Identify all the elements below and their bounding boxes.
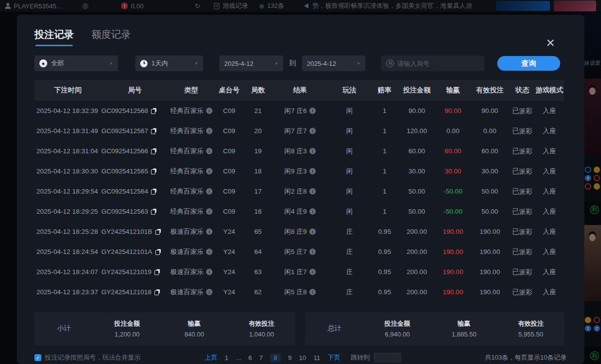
win-loss: 30.00 [435, 168, 471, 175]
status-badge: 已派彩 [509, 248, 536, 256]
odds: 0.95 [371, 228, 398, 235]
info-icon[interactable]: i [309, 148, 316, 154]
status-badge: 已派彩 [509, 167, 536, 176]
copy-icon[interactable] [155, 229, 161, 235]
info-icon[interactable]: i [206, 168, 212, 174]
time-range-dropdown[interactable]: 1天内 ▼ [135, 56, 203, 71]
copy-icon[interactable] [154, 269, 160, 275]
info-icon[interactable]: i [309, 269, 316, 275]
odds: 0.95 [371, 248, 398, 255]
game-type-cell: 极速百家乐 i [168, 288, 214, 297]
current-page-button[interactable]: 8 [270, 354, 280, 362]
page-button[interactable]: 9 [288, 354, 292, 362]
table-row[interactable]: 2025-04-12 18:29:54 GC0925412564 经典百家乐 i… [34, 181, 564, 201]
date-to-picker[interactable]: 2025-4-12 ▼ [302, 56, 365, 71]
page-button[interactable]: 10 [299, 354, 306, 362]
merge-checkbox[interactable]: ✓ [34, 354, 41, 361]
table-row[interactable]: 2025-04-12 18:23:37 GY24254121018 极速百家乐 … [34, 282, 564, 302]
copy-icon[interactable] [151, 128, 156, 134]
info-icon[interactable]: i [206, 148, 212, 154]
info-icon[interactable]: i [309, 208, 316, 215]
subtotal-winloss: 输赢 840.00 [161, 319, 228, 338]
table-row[interactable]: 2025-04-12 18:29:25 GC0925412563 经典百家乐 i… [34, 201, 564, 222]
round-number: GC0925412566 [101, 147, 148, 155]
copy-icon[interactable] [151, 168, 156, 174]
page-button[interactable]: 6 [248, 354, 252, 362]
tab-quota-records[interactable]: 额度记录 [91, 28, 131, 46]
to-label: 到 [289, 59, 296, 68]
bet-amount: 50.00 [398, 188, 435, 195]
column-header: 赔率 [371, 86, 398, 95]
valid-bet: 190.00 [471, 248, 509, 255]
info-icon[interactable]: i [206, 228, 212, 235]
info-icon[interactable]: i [206, 269, 212, 275]
page-button[interactable]: 7 [259, 354, 263, 362]
copy-icon[interactable] [154, 289, 160, 295]
info-icon[interactable]: i [206, 108, 212, 114]
tab-betting-records[interactable]: 投注记录 [34, 28, 74, 46]
info-icon[interactable]: i [309, 188, 316, 195]
table-row[interactable]: 2025-04-12 18:31:49 GC0925412567 经典百家乐 i… [34, 121, 564, 141]
result-value: 闲5 庄8 [284, 288, 307, 297]
info-icon[interactable]: i [206, 249, 212, 255]
table-header: 下注时间 局号 类型 桌台号 局数 结果 玩法 赔率 投注金额 输赢 有效投注 … [34, 80, 564, 101]
close-icon[interactable]: × [546, 36, 555, 49]
round-search-input[interactable] [397, 60, 480, 67]
game-type-dropdown[interactable]: ♠ 全部 ▼ [34, 56, 118, 71]
copy-icon[interactable] [151, 189, 156, 195]
info-icon[interactable]: i [206, 289, 212, 295]
game-mode: 入座 [536, 227, 563, 236]
query-button[interactable]: 查询 [497, 56, 560, 71]
result-cell: 闲1 庄7 i [272, 268, 328, 277]
game-mode: 入座 [536, 167, 563, 176]
date-from-picker[interactable]: 2025-4-12 ▼ [219, 56, 283, 71]
jump-page-input[interactable] [374, 353, 401, 363]
game-type: 极速百家乐 [170, 227, 204, 236]
date-from-value: 2025-4-12 [224, 60, 253, 67]
table-row[interactable]: 2025-04-12 18:25:28 GY2425412101B 极速百家乐 … [34, 222, 564, 242]
table-row[interactable]: 2025-04-12 18:31:04 GC0925412566 经典百家乐 i… [34, 141, 564, 161]
record-tabs: 投注记录 额度记录 [34, 28, 567, 46]
info-icon[interactable]: i [309, 128, 316, 134]
table-row[interactable]: 2025-04-12 18:30:30 GC0925412565 经典百家乐 i… [34, 161, 564, 181]
table-row[interactable]: 2025-04-12 18:24:54 GY2425412101A 极速百家乐 … [34, 242, 564, 262]
copy-icon[interactable] [151, 108, 156, 114]
round-count: 64 [244, 248, 272, 255]
table-row[interactable]: 2025-04-12 18:24:07 GY24254121019 极速百家乐 … [34, 262, 564, 282]
info-icon[interactable]: i [309, 289, 316, 295]
copy-icon[interactable] [151, 148, 156, 154]
result-value: 闲7 庄7 [284, 127, 307, 136]
page-button[interactable]: 11 [313, 354, 320, 362]
page-button[interactable]: 1 [225, 354, 228, 362]
info-icon[interactable]: i [309, 108, 316, 114]
table-number: C09 [214, 107, 244, 114]
info-icon[interactable]: i [309, 249, 316, 255]
footer-bar: ✓ 投注记录按照局号，玩法合并显示 上页 1 ... 6 7 8 9 10 11… [34, 353, 567, 363]
game-type: 经典百家乐 [170, 167, 204, 176]
copy-icon[interactable] [155, 249, 161, 255]
play-type: 庄 [328, 248, 371, 256]
round-number: GY2425412101A [101, 248, 152, 255]
info-icon[interactable]: i [309, 228, 316, 235]
table-row[interactable]: 2025-04-12 18:32:39 GC0925412568 经典百家乐 i… [34, 101, 564, 121]
bet-time: 2025-04-12 18:30:30 [34, 168, 101, 175]
prev-page-button[interactable]: 上页 [205, 353, 217, 362]
subtotal-box: 小计 投注金额 1,200.00 输赢 840.00 有效投注 1,040.00 [34, 312, 295, 345]
copy-icon[interactable] [151, 209, 156, 215]
bet-time: 2025-04-12 18:29:54 [34, 188, 101, 195]
win-loss: 190.00 [435, 288, 471, 296]
filter-bar: ♠ 全部 ▼ 1天内 ▼ 2025-4-12 ▼ 到 2025-4-12 ▼ 局… [34, 56, 567, 71]
bet-time: 2025-04-12 18:25:28 [34, 228, 101, 235]
info-icon[interactable]: i [206, 208, 212, 215]
info-icon[interactable]: i [309, 168, 316, 174]
valid-bet: 190.00 [471, 228, 509, 235]
date-to-value: 2025-4-12 [307, 60, 336, 67]
info-icon[interactable]: i [206, 128, 212, 134]
valid-bet: 50.00 [471, 188, 509, 195]
next-page-button[interactable]: 下页 [328, 353, 340, 362]
table-number: Y24 [214, 268, 244, 276]
round-count: 17 [244, 188, 272, 195]
result-value: 闲8 庄9 [284, 227, 307, 236]
bet-amount: 200.00 [398, 248, 435, 255]
info-icon[interactable]: i [206, 188, 212, 195]
